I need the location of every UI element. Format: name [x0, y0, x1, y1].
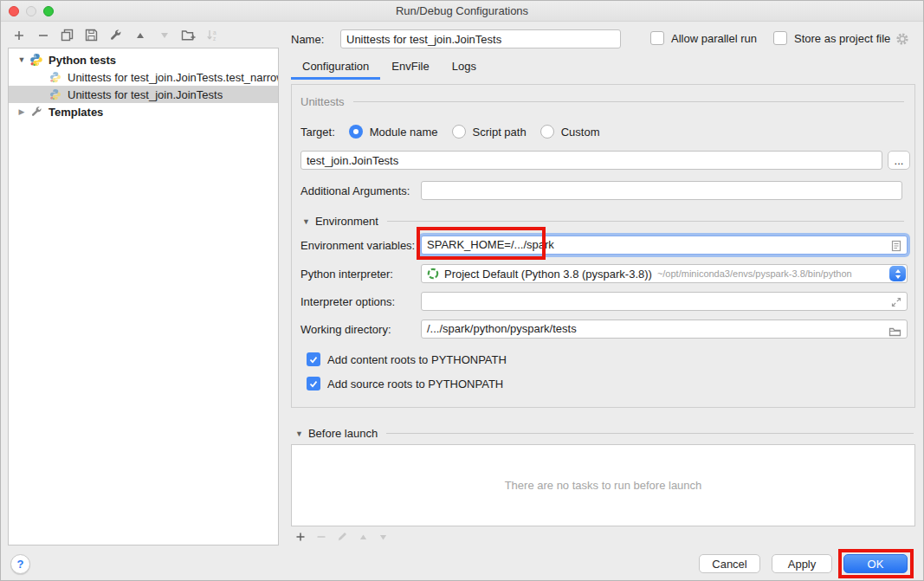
move-down-icon [157, 28, 171, 42]
edit-task-pencil-icon [337, 531, 348, 545]
radio-label: Script path [473, 126, 527, 139]
configurations-tree: ▼ Python tests [8, 48, 279, 545]
add-content-roots-checkbox[interactable]: Add content roots to PYTHONPATH [307, 352, 507, 366]
additional-arguments-label-row: Additional Arguments: [300, 181, 410, 200]
before-launch-task-list: There are no tasks to run before launch [291, 444, 915, 526]
tree-item-label: Templates [48, 106, 103, 119]
name-input[interactable] [340, 29, 621, 48]
add-source-roots-checkbox[interactable]: Add source roots to PYTHONPATH [307, 377, 503, 391]
expanded-arrow-icon[interactable]: ▼ [16, 55, 28, 64]
radio-icon [349, 125, 363, 139]
checkbox-icon [650, 31, 664, 45]
configuration-panel: Unittests Target: Module name Script pat… [291, 84, 915, 408]
tree-item-unittests-jointests[interactable]: Unittests for test_join.JoinTests [9, 86, 278, 103]
run-debug-configurations-dialog: Run/Debug Configurations az ▼ [0, 0, 924, 581]
checkbox-icon [773, 31, 787, 45]
browse-folder-icon[interactable] [888, 325, 901, 342]
tab-logs[interactable]: Logs [441, 56, 488, 80]
save-configuration-icon[interactable] [84, 28, 99, 42]
store-settings-gear-icon[interactable] [895, 32, 909, 48]
additional-arguments-label: Additional Arguments: [300, 184, 410, 197]
tree-item-label: Python tests [48, 54, 116, 67]
help-button[interactable]: ? [10, 554, 30, 574]
select-stepper-icon[interactable] [889, 266, 906, 281]
name-row: Name: [291, 29, 324, 48]
working-directory-value: /.../spark/python/pyspark/tests [427, 322, 577, 335]
environment-variables-input[interactable]: SPARK_HOME=/.../spark [421, 236, 908, 255]
tab-configuration[interactable]: Configuration [291, 56, 380, 80]
environment-variables-label: Environment variables: [300, 239, 415, 252]
section-title: Before launch [308, 427, 378, 440]
unittests-group-header: Unittests [300, 95, 904, 108]
working-directory-label-row: Working directory: [300, 320, 391, 339]
checkbox-checked-icon [307, 352, 320, 366]
config-tabs: Configuration EnvFile Logs [291, 56, 488, 80]
tree-item-python-tests[interactable]: ▼ Python tests [9, 51, 278, 68]
store-as-project-file-checkbox[interactable]: Store as project file [773, 31, 890, 45]
target-row: Target: Module name Script path Custom [300, 122, 599, 141]
section-collapse-icon: ▼ [302, 217, 310, 226]
target-input[interactable] [300, 151, 882, 170]
templates-wrench-icon [29, 105, 43, 119]
edit-templates-wrench-icon[interactable] [108, 28, 123, 42]
target-browse-button[interactable]: ... [888, 151, 910, 170]
svg-text:z: z [213, 36, 216, 42]
python-interpreter-path: ~/opt/miniconda3/envs/pyspark-3.8/bin/py… [657, 268, 852, 279]
allow-parallel-run-checkbox[interactable]: Allow parallel run [650, 31, 757, 45]
python-test-config-icon [48, 70, 62, 84]
group-title: Unittests [300, 95, 345, 108]
help-label: ? [17, 558, 24, 571]
tab-envfile[interactable]: EnvFile [380, 56, 440, 80]
apply-button[interactable]: Apply [772, 554, 832, 573]
checkbox-label: Add content roots to PYTHONPATH [327, 353, 507, 366]
tree-item-unittests-test-narrow[interactable]: Unittests for test_join.JoinTests.test_n… [9, 68, 278, 86]
window-title: Run/Debug Configurations [1, 4, 923, 17]
browse-env-vars-icon[interactable] [891, 240, 901, 257]
radio-icon [540, 125, 554, 139]
ok-button[interactable]: OK [843, 554, 908, 573]
move-up-icon[interactable] [132, 28, 147, 42]
environment-variables-value: SPARK_HOME=/.../spark [427, 238, 554, 251]
interpreter-options-label-row: Interpreter options: [300, 292, 395, 311]
radio-label: Module name [370, 126, 438, 139]
section-separator [387, 221, 904, 222]
before-launch-section-header[interactable]: ▼ Before launch [295, 427, 914, 440]
tab-label: EnvFile [391, 60, 429, 73]
working-directory-input[interactable]: /.../spark/python/pyspark/tests [421, 320, 908, 339]
collapsed-arrow-icon[interactable]: ▶ [16, 107, 28, 116]
checkbox-checked-icon [307, 377, 320, 391]
copy-configuration-icon[interactable] [60, 28, 74, 42]
radio-custom[interactable]: Custom [540, 125, 600, 139]
new-folder-icon[interactable] [181, 28, 196, 42]
tree-item-templates[interactable]: ▶ Templates [9, 103, 278, 120]
remove-configuration-icon[interactable] [36, 28, 50, 42]
tab-label: Logs [452, 60, 476, 73]
checkbox-label: Add source roots to PYTHONPATH [327, 378, 503, 391]
interpreter-options-label: Interpreter options: [300, 295, 395, 308]
environment-variables-label-row: Environment variables: [300, 236, 415, 255]
radio-script-path[interactable]: Script path [452, 125, 527, 139]
tab-label: Configuration [302, 60, 369, 73]
additional-arguments-input[interactable] [421, 181, 902, 200]
add-configuration-icon[interactable] [11, 28, 26, 42]
python-tests-icon [29, 53, 43, 67]
checkbox-label: Allow parallel run [671, 32, 757, 45]
radio-module-name[interactable]: Module name [349, 125, 438, 139]
tree-item-label: Unittests for test_join.JoinTests [68, 88, 223, 101]
remove-task-icon [316, 532, 326, 545]
python-interpreter-select[interactable]: Project Default (Python 3.8 (pyspark-3.8… [421, 264, 908, 283]
name-label: Name: [291, 33, 324, 46]
configurations-toolbar: az [11, 28, 220, 42]
move-task-down-icon [378, 532, 388, 545]
add-task-icon[interactable] [295, 532, 306, 545]
section-title: Environment [315, 215, 378, 228]
cancel-button[interactable]: Cancel [699, 554, 760, 573]
tree-item-label: Unittests for test_join.JoinTests.test_n… [68, 71, 278, 84]
move-task-up-icon [359, 532, 368, 545]
svg-text:a: a [213, 29, 216, 36]
interpreter-options-input[interactable] [421, 292, 908, 311]
environment-section-header[interactable]: ▼ Environment [302, 215, 904, 228]
python-interpreter-label: Python interpreter: [300, 268, 393, 281]
expand-field-icon[interactable] [891, 297, 901, 310]
python-interpreter-label-row: Python interpreter: [300, 264, 393, 283]
